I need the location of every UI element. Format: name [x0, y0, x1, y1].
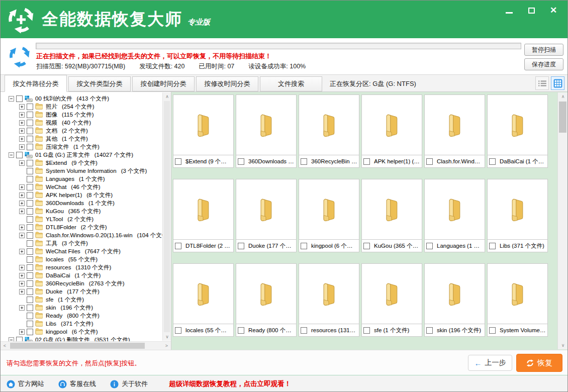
footer-link[interactable]: 官方网站 — [7, 379, 44, 388]
folder-checkbox[interactable] — [426, 327, 433, 334]
close-button[interactable]: ✕ — [549, 7, 557, 15]
tree-item[interactable]: DTL8Folder (2 个文件) — [1, 223, 162, 231]
scroll-thumb[interactable] — [10, 343, 145, 349]
folder-checkbox[interactable] — [175, 243, 181, 249]
scroll-down-icon[interactable]: ∨ — [163, 333, 171, 341]
scroll-left-icon[interactable]: < — [1, 342, 9, 350]
tree-item[interactable]: Clash.for.Windows-0.20(1).16-win (104 个文… — [1, 231, 162, 239]
tree-item[interactable]: DaBaiCai (1 个文件) — [1, 271, 162, 279]
folder-cell[interactable]: DTL8Folder (2 个文件) — [173, 179, 234, 252]
tree-expander-icon[interactable] — [19, 201, 25, 206]
folder-checkbox[interactable] — [363, 327, 370, 334]
tree-checkbox[interactable] — [27, 272, 33, 279]
tree-checkbox[interactable] — [27, 329, 33, 335]
tree-item[interactable]: YLTool (2 个文件) — [1, 215, 162, 223]
scroll-down-icon[interactable]: ∨ — [558, 341, 568, 349]
tree-expander-icon[interactable] — [19, 249, 25, 254]
footer-link[interactable]: 关于软件 — [110, 379, 148, 388]
tree-checkbox[interactable] — [27, 208, 33, 215]
back-button[interactable]: ← 上一步 — [468, 355, 512, 371]
tree-expander-icon[interactable] — [19, 273, 25, 278]
folder-cell[interactable]: resources (1310 个文件) — [299, 263, 359, 337]
folder-checkbox[interactable] — [363, 243, 370, 249]
category-tab[interactable]: 按文件路径分类 — [5, 75, 67, 92]
tree-item[interactable]: Libs (371 个文件) — [1, 320, 162, 328]
tree-expander-icon[interactable] — [9, 152, 14, 158]
tree-checkbox[interactable] — [27, 168, 33, 174]
tree-item[interactable]: APK helper(1) (8 个文件) — [1, 191, 162, 199]
tree-expander-icon[interactable] — [19, 192, 25, 198]
tree-checkbox[interactable] — [27, 160, 33, 166]
tree-item[interactable]: locales (55 个文件) — [1, 255, 162, 263]
tree-item[interactable]: kingpool (6 个文件) — [1, 328, 162, 336]
tree-checkbox[interactable] — [27, 280, 33, 287]
folder-cell[interactable]: Duoke (177 个文件) — [236, 179, 297, 252]
maximize-button[interactable] — [527, 7, 535, 15]
tree-item[interactable]: 照片 (254 个文件) — [1, 103, 162, 111]
tree-vertical-scrollbar[interactable]: ∧ ∨ — [162, 92, 171, 341]
folder-cell[interactable]: DaBaiCai (1 个文件) — [487, 94, 548, 168]
tree-item[interactable]: 视频 (40 个文件) — [1, 119, 162, 127]
pause-scan-button[interactable]: 暂停扫描 — [524, 44, 563, 56]
tree-item[interactable]: resources (1310 个文件) — [1, 263, 162, 271]
tree-checkbox[interactable] — [27, 240, 33, 247]
tree-checkbox[interactable] — [16, 95, 23, 102]
scroll-up-icon[interactable]: ∧ — [558, 92, 568, 101]
tree-expander-icon[interactable] — [19, 184, 25, 190]
tree-checkbox[interactable] — [27, 144, 33, 150]
category-tab[interactable]: 按文件类型分类 — [68, 76, 131, 91]
tree-checkbox[interactable] — [16, 152, 23, 158]
tree-checkbox[interactable] — [27, 112, 33, 118]
folder-checkbox[interactable] — [426, 243, 433, 249]
tree-expander-icon[interactable] — [19, 281, 25, 286]
folder-checkbox[interactable] — [238, 327, 244, 334]
tree-horizontal-scrollbar[interactable]: < > — [1, 341, 171, 350]
tree-expander-icon[interactable] — [19, 233, 25, 238]
tree-checkbox[interactable] — [27, 192, 33, 199]
category-tab[interactable]: 按创建时间分类 — [132, 76, 195, 91]
folder-checkbox[interactable] — [489, 243, 496, 249]
folder-cell[interactable]: Libs (371 个文件) — [487, 179, 548, 252]
tree-expander-icon[interactable] — [19, 329, 25, 335]
tree-checkbox[interactable] — [27, 256, 33, 263]
tree-expander-icon[interactable] — [19, 305, 25, 311]
folder-checkbox[interactable] — [301, 243, 307, 249]
tree-expander-icon[interactable] — [19, 112, 25, 118]
tree-expander-icon[interactable] — [19, 160, 25, 166]
tree-expander-icon[interactable] — [19, 120, 25, 126]
tree-expander-icon[interactable] — [19, 104, 25, 110]
tree-expander-icon[interactable] — [19, 225, 25, 230]
scroll-up-icon[interactable]: ∧ — [163, 92, 171, 101]
folder-cell[interactable]: kingpool (6 个文件) — [299, 179, 359, 252]
tree-checkbox[interactable] — [27, 216, 33, 223]
footer-link[interactable]: 客服在线 — [58, 379, 96, 388]
tree-item[interactable]: 压缩文件 (1 个文件) — [1, 143, 162, 151]
tree-item[interactable]: 360Downloads (1 个文件) — [1, 199, 162, 207]
tree-expander-icon[interactable] — [19, 144, 25, 150]
folder-checkbox[interactable] — [238, 158, 244, 165]
tree-item[interactable]: 00 找到的文件 (413 个文件) — [1, 94, 162, 103]
grid-view-button[interactable] — [551, 76, 564, 90]
tree-checkbox[interactable] — [27, 264, 33, 271]
tree-checkbox[interactable] — [27, 321, 33, 327]
folder-checkbox[interactable] — [175, 327, 181, 334]
tree-expander-icon[interactable] — [19, 289, 25, 295]
category-tab[interactable]: 文件搜索 — [260, 76, 322, 91]
tree-item[interactable]: KuGou (365 个文件) — [1, 207, 162, 215]
folder-cell[interactable]: KuGou (365 个文件) — [361, 179, 422, 252]
tree-checkbox[interactable] — [16, 337, 23, 342]
tree-item[interactable]: skin (196 个文件) — [1, 304, 162, 312]
tree-item[interactable]: Ready (800 个文件) — [1, 312, 162, 320]
tree-checkbox[interactable] — [27, 297, 33, 303]
tree-expander-icon[interactable] — [19, 128, 25, 134]
tree-item[interactable]: 工具 (3 个文件) — [1, 239, 162, 247]
tree-item[interactable]: $Extend (9 个文件) — [1, 159, 162, 167]
folder-checkbox[interactable] — [175, 158, 181, 165]
tree-checkbox[interactable] — [27, 128, 33, 134]
folder-checkbox[interactable] — [489, 158, 496, 165]
scroll-thumb[interactable] — [559, 102, 566, 133]
folder-cell[interactable]: Languages (1 个文件) — [424, 179, 485, 252]
tree-checkbox[interactable] — [27, 176, 33, 182]
tree-item[interactable]: 360RecycleBin (2763 个文件) — [1, 279, 162, 287]
folder-cell[interactable]: Ready (800 个文件) — [236, 263, 297, 337]
